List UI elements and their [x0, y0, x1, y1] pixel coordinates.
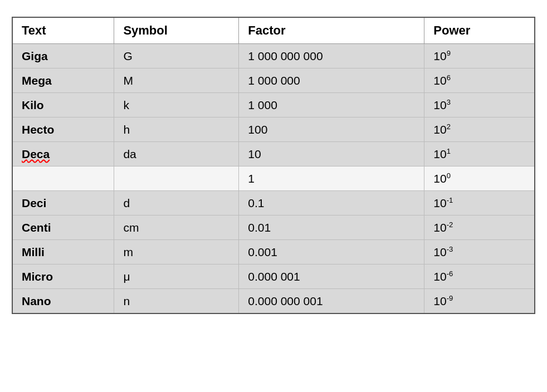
cell-power: 109 — [424, 44, 535, 68]
header-factor: Factor — [239, 17, 424, 44]
table-row: Millim0.00110-3 — [12, 240, 535, 264]
table-row: Decid0.110-1 — [12, 191, 535, 215]
cell-text: Kilo — [12, 93, 114, 117]
cell-power: 103 — [424, 93, 535, 117]
cell-factor: 0.001 — [239, 240, 424, 264]
table-row: GigaG1 000 000 000109 — [12, 44, 535, 68]
cell-text: Giga — [12, 44, 114, 68]
cell-symbol: m — [114, 240, 239, 264]
cell-factor: 0.1 — [239, 191, 424, 215]
cell-symbol: μ — [114, 264, 239, 289]
cell-text — [12, 166, 114, 191]
table-header-row: Text Symbol Factor Power — [12, 17, 535, 44]
cell-power: 106 — [424, 68, 535, 93]
cell-power: 10-2 — [424, 215, 535, 240]
cell-text: Nano — [12, 289, 114, 314]
cell-text: Micro — [12, 264, 114, 289]
cell-symbol: cm — [114, 215, 239, 240]
header-power: Power — [424, 17, 535, 44]
cell-power: 10-9 — [424, 289, 535, 314]
table-row: Nanon0.000 000 00110-9 — [12, 289, 535, 314]
cell-factor: 1 — [239, 166, 424, 191]
table-row: Kilok1 000103 — [12, 93, 535, 117]
cell-power: 100 — [424, 166, 535, 191]
cell-text: Hecto — [12, 117, 114, 142]
cell-power: 10-1 — [424, 191, 535, 215]
table-row: MegaM1 000 000106 — [12, 68, 535, 93]
metric-prefixes-table: Text Symbol Factor Power GigaG1 000 000 … — [12, 17, 535, 314]
cell-factor: 10 — [239, 142, 424, 166]
cell-symbol: d — [114, 191, 239, 215]
cell-factor: 0.01 — [239, 215, 424, 240]
table-row: 1100 — [12, 166, 535, 191]
cell-factor: 1 000 — [239, 93, 424, 117]
cell-symbol: n — [114, 289, 239, 314]
cell-power: 10-6 — [424, 264, 535, 289]
cell-text: Deca — [12, 142, 114, 166]
table-row: Centicm0.0110-2 — [12, 215, 535, 240]
cell-text: Mega — [12, 68, 114, 93]
cell-power: 102 — [424, 117, 535, 142]
main-table-container: Text Symbol Factor Power GigaG1 000 000 … — [12, 17, 535, 314]
cell-symbol: G — [114, 44, 239, 68]
cell-text: Deci — [12, 191, 114, 215]
cell-text: Centi — [12, 215, 114, 240]
cell-symbol: da — [114, 142, 239, 166]
cell-symbol — [114, 166, 239, 191]
table-row: Decada10101 — [12, 142, 535, 166]
cell-symbol: M — [114, 68, 239, 93]
header-text: Text — [12, 17, 114, 44]
table-row: Microμ0.000 00110-6 — [12, 264, 535, 289]
table-row: Hectoh100102 — [12, 117, 535, 142]
cell-power: 10-3 — [424, 240, 535, 264]
header-symbol: Symbol — [114, 17, 239, 44]
cell-symbol: h — [114, 117, 239, 142]
cell-text: Milli — [12, 240, 114, 264]
cell-symbol: k — [114, 93, 239, 117]
cell-factor: 100 — [239, 117, 424, 142]
cell-factor: 1 000 000 — [239, 68, 424, 93]
cell-factor: 1 000 000 000 — [239, 44, 424, 68]
cell-factor: 0.000 001 — [239, 264, 424, 289]
cell-power: 101 — [424, 142, 535, 166]
cell-factor: 0.000 000 001 — [239, 289, 424, 314]
